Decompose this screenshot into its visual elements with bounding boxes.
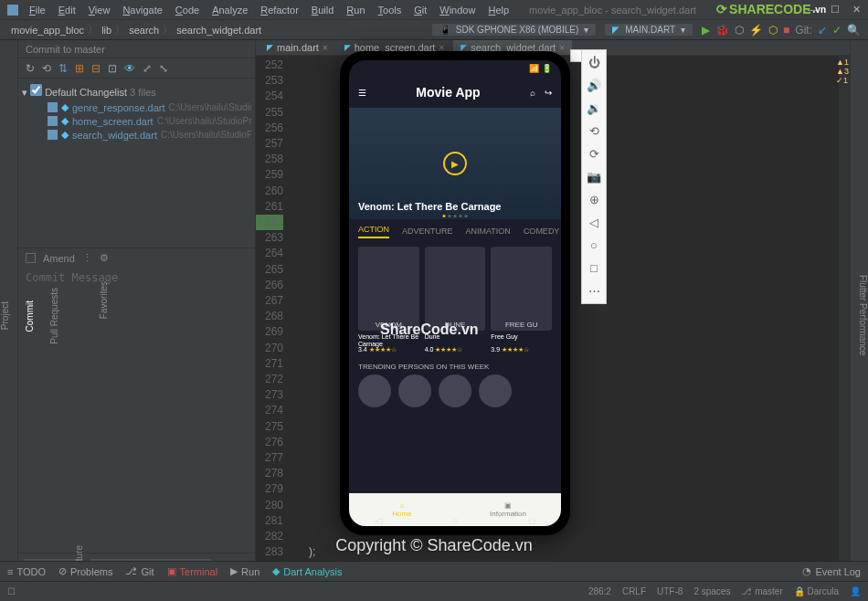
phone-screen[interactable]: 📶 🔋 ☰ Movie App ⌕ ↪ ▶ Venom: Let There B… [349, 60, 561, 526]
run-tool[interactable]: ▶ Run [230, 565, 259, 577]
theme-name[interactable]: 🔒 Darcula [794, 586, 839, 596]
warnings-badge[interactable]: ▲1 ▲3 ✓1 [836, 58, 849, 85]
more-icon[interactable]: ⋮ [82, 252, 92, 264]
device-selector[interactable]: 📱SDK GPHONE X86 (MOBILE)▾ [432, 24, 596, 36]
stop-button[interactable]: ■ [783, 24, 789, 37]
changed-file[interactable]: ◆ search_widget.dart C:\Users\hailu\Stud… [22, 128, 251, 142]
rotate-left-icon[interactable]: ⟲ [589, 124, 599, 138]
genre-tab[interactable]: ADVENTURE [402, 227, 453, 236]
person-avatar[interactable] [439, 374, 471, 407]
changelist-tree[interactable]: ▾ Default Changelist 3 files ◆ genre_res… [18, 79, 255, 145]
crumb-2[interactable]: search [125, 25, 163, 36]
status-icon[interactable]: ☐ [7, 586, 16, 596]
git-commit-button[interactable]: ✓ [832, 24, 842, 37]
menu-navigate[interactable]: Navigate [117, 3, 167, 17]
event-log-tool[interactable]: ◔ Event Log [802, 565, 861, 577]
overview-nav-icon[interactable]: □ [590, 261, 598, 275]
crumb-1[interactable]: lib [98, 25, 115, 36]
attach-button[interactable]: ⬡ [768, 24, 778, 37]
crumb-3[interactable]: search_widget.dart [173, 25, 265, 36]
back-nav-icon[interactable]: ◁ [589, 216, 598, 229]
cursor-position[interactable]: 286:2 [588, 586, 611, 596]
project-tool-button[interactable]: Project [0, 301, 10, 330]
play-icon[interactable]: ▶ [443, 152, 467, 175]
camera-icon[interactable]: 📷 [587, 170, 601, 184]
eye-icon[interactable]: 👁 [124, 62, 135, 75]
crumb-0[interactable]: movie_app_bloc [7, 25, 88, 36]
menu-git[interactable]: Git [408, 3, 432, 17]
power-icon[interactable]: ⏻ [588, 56, 600, 69]
amend-checkbox[interactable] [26, 253, 36, 263]
gear-icon[interactable]: ⚙ [100, 252, 109, 264]
menu-refactor[interactable]: Refactor [255, 3, 304, 17]
rotate-right-icon[interactable]: ⟳ [589, 147, 599, 161]
favorites-tool-button[interactable]: Favorites [99, 281, 109, 319]
genre-tab[interactable]: ACTION [358, 225, 389, 238]
changed-file[interactable]: ◆ genre_response.dart C:\Users\hailu\Stu… [22, 100, 251, 114]
home-nav-icon[interactable]: ○ [590, 238, 598, 252]
shelve-icon[interactable]: ⊟ [91, 62, 101, 75]
problems-tool[interactable]: ⊘ Problems [58, 565, 112, 577]
login-icon[interactable]: ↪ [545, 88, 552, 98]
flutter-perf-button[interactable]: Flutter Performance [858, 275, 868, 355]
changelist-icon[interactable]: ⊞ [75, 62, 84, 75]
run-config-selector[interactable]: ◤MAIN.DART▾ [605, 24, 693, 36]
zoom-icon[interactable]: ⊕ [589, 193, 599, 206]
breadcrumb[interactable]: movie_app_bloc 〉 lib 〉 search 〉 search_w… [7, 23, 265, 37]
git-update-button[interactable]: ↙ [818, 24, 827, 37]
indent-setting[interactable]: 2 spaces [693, 586, 730, 596]
editor-tab[interactable]: ◤main.dart × [259, 40, 335, 55]
volume-up-icon[interactable]: 🔊 [587, 79, 601, 92]
genre-tab[interactable]: ANIMATION [466, 227, 511, 236]
home-button[interactable]: ○ [452, 515, 459, 526]
menu-icon[interactable]: ☰ [358, 88, 366, 98]
group-icon[interactable]: ⊡ [108, 62, 117, 75]
search-icon[interactable]: ⌕ [530, 88, 535, 98]
git-branch[interactable]: ⎇ master [741, 586, 782, 596]
menu-analyze[interactable]: Analyze [206, 3, 253, 17]
rollback-icon[interactable]: ⟲ [42, 62, 51, 75]
person-avatar[interactable] [398, 374, 431, 407]
debug-button[interactable]: 🐞 [715, 24, 729, 37]
menu-window[interactable]: Window [434, 3, 481, 17]
more-icon[interactable]: ⋯ [588, 284, 600, 298]
menu-build[interactable]: Build [306, 3, 339, 17]
maximize-button[interactable]: ☐ [831, 4, 840, 16]
diff-icon[interactable]: ⇅ [58, 62, 68, 75]
expand-icon[interactable]: ⤢ [143, 62, 152, 75]
search-button[interactable]: 🔍 [847, 24, 861, 37]
back-button[interactable]: ◁ [375, 515, 382, 527]
menu-code[interactable]: Code [170, 3, 205, 17]
genre-tab[interactable]: COMEDY [524, 227, 560, 236]
recent-button[interactable]: □ [529, 515, 535, 526]
menu-edit[interactable]: Edit [53, 3, 81, 17]
problems-strip[interactable]: ▲1 ▲3 ✓1 [839, 56, 850, 601]
hero-banner[interactable]: ▶ Venom: Let There Be Carnage [349, 108, 561, 219]
menu-help[interactable]: Help [482, 3, 514, 17]
menu-file[interactable]: File [24, 3, 51, 17]
refresh-icon[interactable]: ↻ [26, 62, 35, 75]
changelist-checkbox[interactable] [30, 84, 42, 96]
menu-view[interactable]: View [83, 3, 116, 17]
movie-card[interactable]: FREE GUFree Guy3.9 ★★★★☆ [491, 247, 552, 353]
menu-tools[interactable]: Tools [373, 3, 408, 17]
volume-down-icon[interactable]: 🔉 [587, 101, 601, 115]
close-button[interactable]: ✕ [852, 4, 861, 16]
todo-tool[interactable]: ≡ TODO [7, 566, 46, 577]
pull-requests-tool-button[interactable]: Pull Requests [49, 288, 59, 344]
collapse-icon[interactable]: ⤡ [159, 62, 168, 75]
commit-tool-button[interactable]: Commit [25, 300, 35, 332]
line-ending[interactable]: CRLF [622, 586, 646, 596]
file-encoding[interactable]: UTF-8 [657, 586, 683, 596]
changelist-root[interactable]: ▾ Default Changelist 3 files [22, 82, 251, 100]
hot-reload-button[interactable]: ⚡ [749, 24, 763, 37]
run-button[interactable]: ▶ [702, 24, 710, 37]
person-avatar[interactable] [358, 374, 391, 407]
coverage-button[interactable]: ⬡ [735, 24, 744, 37]
terminal-tool[interactable]: ▣ Terminal [167, 565, 218, 577]
git-tool[interactable]: ⎇ Git [125, 565, 153, 577]
person-avatar[interactable] [479, 374, 512, 407]
menu-run[interactable]: Run [341, 3, 370, 17]
dart-analysis-tool[interactable]: ◆ Dart Analysis [272, 565, 342, 577]
changed-file[interactable]: ◆ home_screen.dart C:\Users\hailu\Studio… [22, 114, 251, 128]
